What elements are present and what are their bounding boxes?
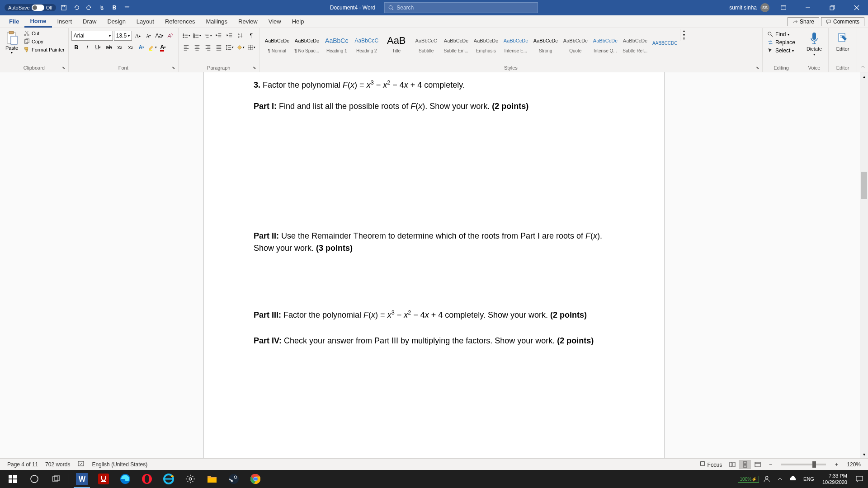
search-box[interactable]	[384, 2, 538, 13]
action-center-icon[interactable]	[853, 470, 866, 488]
scroll-down-icon[interactable]: ▾	[860, 450, 868, 458]
tab-layout[interactable]: Layout	[131, 16, 160, 27]
style-item-11[interactable]: AaBbCcDcIntense Q...	[590, 29, 620, 57]
increase-font-icon[interactable]: A▴	[133, 31, 143, 41]
sort-icon[interactable]: AZ	[236, 31, 245, 41]
tab-review[interactable]: Review	[233, 16, 263, 27]
shading-icon[interactable]: ▾	[236, 42, 245, 52]
touch-mode-icon[interactable]	[97, 3, 107, 13]
font-size-input[interactable]: 13.5▾	[114, 31, 132, 41]
bold-button[interactable]: B	[71, 42, 81, 52]
tab-mailings[interactable]: Mailings	[200, 16, 233, 27]
line-spacing-icon[interactable]: ▾	[225, 42, 235, 52]
style-item-8[interactable]: AaBbCcDcIntense E...	[501, 29, 531, 57]
page-indicator[interactable]: Page 4 of 11	[4, 461, 42, 468]
autosave-switch[interactable]	[32, 5, 44, 11]
style-item-3[interactable]: AaBbCcCHeading 2	[352, 29, 382, 57]
multilevel-icon[interactable]: ▾	[203, 31, 213, 41]
taskbar-acrobat-icon[interactable]	[93, 470, 114, 488]
tab-file[interactable]: File	[4, 16, 24, 27]
minimize-icon[interactable]	[797, 0, 818, 15]
autosave-toggle[interactable]: AutoSave Off	[5, 4, 56, 11]
tab-design[interactable]: Design	[102, 16, 131, 27]
style-item-0[interactable]: AaBbCcDc¶ Normal	[262, 29, 292, 57]
font-color-icon[interactable]: A▾	[158, 42, 168, 52]
tray-chevron-icon[interactable]	[774, 470, 785, 488]
copy-button[interactable]: Copy	[23, 38, 66, 45]
start-button[interactable]	[2, 470, 24, 488]
decrease-indent-icon[interactable]	[214, 31, 224, 41]
paste-button[interactable]: Paste ▾	[3, 29, 21, 55]
editor-button[interactable]: Editor	[831, 29, 854, 52]
align-right-icon[interactable]	[203, 42, 213, 52]
document-content[interactable]: 3. Factor the polynomial F(x) = x3 − x2 …	[254, 72, 614, 347]
show-marks-icon[interactable]: ¶	[246, 31, 256, 41]
dictate-button[interactable]: Dictate ▾	[803, 29, 826, 56]
search-input[interactable]	[396, 5, 534, 11]
taskbar-steam-icon[interactable]	[223, 470, 245, 488]
zoom-in-icon[interactable]: +	[830, 460, 842, 469]
font-name-input[interactable]: Arial▾	[71, 31, 113, 41]
redo-icon[interactable]	[84, 3, 94, 13]
italic-button[interactable]: I	[82, 42, 92, 52]
undo-icon[interactable]	[71, 3, 81, 13]
clock[interactable]: 7:33 PM 10/29/2020	[818, 473, 852, 486]
people-icon[interactable]	[760, 470, 774, 488]
taskbar-settings-icon[interactable]	[179, 470, 201, 488]
collapse-ribbon-icon[interactable]	[857, 28, 868, 72]
taskbar-opera-icon[interactable]	[136, 470, 158, 488]
battery-indicator[interactable]: 100% ⚡	[738, 476, 760, 483]
web-layout-icon[interactable]	[752, 460, 764, 469]
comments-button[interactable]: Comments	[821, 17, 864, 26]
style-item-4[interactable]: AaBTitle	[382, 29, 411, 57]
zoom-out-icon[interactable]: −	[764, 460, 776, 469]
spell-check-icon[interactable]	[74, 460, 88, 469]
bullets-icon[interactable]: ▾	[181, 31, 191, 41]
task-view-icon[interactable]	[45, 470, 67, 488]
print-layout-icon[interactable]	[739, 460, 751, 469]
style-item-6[interactable]: AaBbCcDcSubtle Em...	[441, 29, 471, 57]
style-item-10[interactable]: AaBbCcDcQuote	[561, 29, 590, 57]
tab-view[interactable]: View	[263, 16, 287, 27]
close-icon[interactable]	[846, 0, 867, 15]
style-item-7[interactable]: AaBbCcDcEmphasis	[471, 29, 501, 57]
find-button[interactable]: Find ▾	[765, 31, 791, 38]
styles-launcher-icon[interactable]: ⬊	[756, 66, 760, 70]
clear-format-icon[interactable]: A	[165, 31, 175, 41]
style-item-12[interactable]: AaBbCcDcSubtle Ref...	[620, 29, 650, 57]
taskbar-ie-icon[interactable]	[158, 470, 179, 488]
scroll-up-icon[interactable]: ▴	[860, 72, 868, 80]
ribbon-display-icon[interactable]	[773, 0, 794, 15]
style-item-9[interactable]: AaBbCcDcStrong	[531, 29, 561, 57]
taskbar-explorer-icon[interactable]	[201, 470, 223, 488]
cut-button[interactable]: Cut	[23, 30, 66, 37]
align-left-icon[interactable]	[181, 42, 191, 52]
qat-more-icon[interactable]	[122, 3, 132, 13]
style-item-5[interactable]: AaBbCcCSubtitle	[411, 29, 441, 57]
vertical-scrollbar[interactable]: ▴ ▾	[860, 72, 868, 458]
read-mode-icon[interactable]	[726, 460, 738, 469]
style-item-1[interactable]: AaBbCcDc¶ No Spac...	[292, 29, 322, 57]
style-item-2[interactable]: AaBbCcHeading 1	[322, 29, 352, 57]
borders-icon[interactable]: ▾	[246, 42, 256, 52]
strikethrough-button[interactable]: ab	[104, 42, 114, 52]
taskbar-word-icon[interactable]: W	[71, 470, 93, 488]
replace-button[interactable]: Replace	[765, 39, 797, 46]
zoom-level[interactable]: 120%	[843, 461, 864, 468]
document-page[interactable]: 3. Factor the polynomial F(x) = x3 − x2 …	[203, 72, 665, 458]
text-effects-icon[interactable]: A▾	[137, 42, 146, 52]
format-painter-button[interactable]: Format Painter	[23, 46, 66, 53]
maximize-icon[interactable]	[822, 0, 843, 15]
justify-icon[interactable]	[214, 42, 224, 52]
taskbar-edge-icon[interactable]	[114, 470, 136, 488]
onedrive-icon[interactable]	[786, 470, 800, 488]
share-button[interactable]: Share	[788, 17, 819, 26]
word-count[interactable]: 702 words	[42, 461, 74, 468]
numbering-icon[interactable]: 123▾	[192, 31, 202, 41]
subscript-button[interactable]: x2	[115, 42, 125, 52]
superscript-button[interactable]: x2	[126, 42, 136, 52]
style-item-13[interactable]: AABBCCDC	[650, 29, 680, 57]
decrease-font-icon[interactable]: A▾	[144, 31, 154, 41]
language-indicator[interactable]: English (United States)	[88, 461, 151, 468]
highlight-icon[interactable]: ▾	[147, 42, 157, 52]
